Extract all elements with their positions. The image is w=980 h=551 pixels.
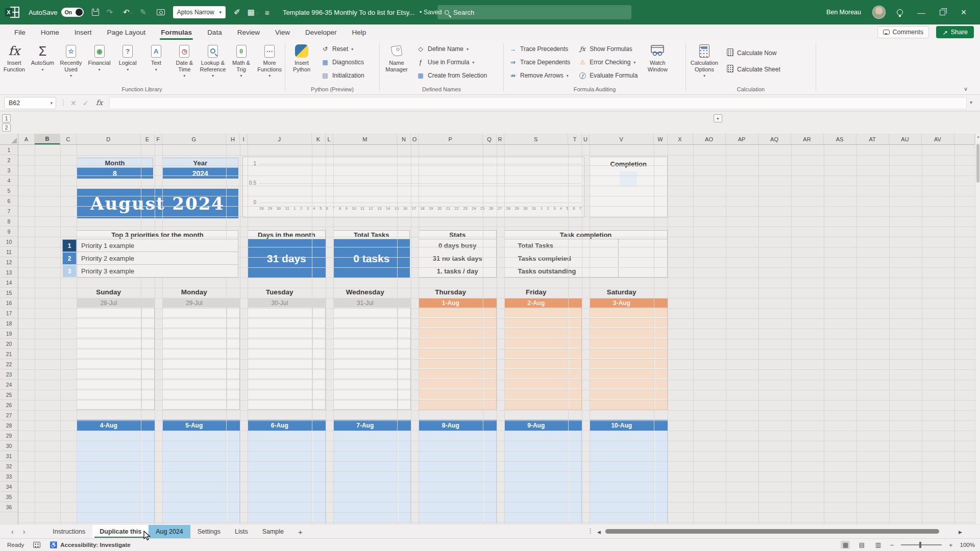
financial-button[interactable]: ◉Financial▾: [85, 42, 114, 72]
column-header-AQ[interactable]: AQ: [758, 134, 791, 144]
watch-window-button[interactable]: Watch Window: [642, 42, 673, 72]
row-header-5[interactable]: 5: [0, 186, 18, 196]
sheet-tab-instructions[interactable]: Instructions: [45, 525, 92, 538]
zoom-handle[interactable]: [919, 542, 921, 548]
row-header-3[interactable]: 3: [0, 165, 18, 176]
calendar-day-cells[interactable]: [77, 431, 155, 523]
row-header-8[interactable]: 8: [0, 216, 18, 227]
initialization-button[interactable]: ▤Initialization: [317, 69, 369, 82]
row-header-22[interactable]: 22: [0, 359, 18, 369]
calendar-day-cells[interactable]: [504, 431, 582, 523]
lightbulb-icon[interactable]: [897, 9, 903, 15]
row-header-11[interactable]: 11: [0, 247, 18, 257]
column-header-K[interactable]: K: [312, 134, 326, 144]
error-checking-button[interactable]: ⚠Error Checking▾: [574, 56, 642, 69]
column-header-B[interactable]: B: [35, 134, 60, 144]
column-header-H[interactable]: H: [226, 134, 240, 144]
trace-precedents-button[interactable]: →Trace Precedents: [505, 42, 574, 56]
define-name-button[interactable]: ◇Define Name▾: [412, 42, 491, 56]
calculate-sheet-button[interactable]: Calculate Sheet: [722, 63, 785, 76]
calendar-day-cells[interactable]: [590, 308, 668, 410]
menu-tab-page-layout[interactable]: Page Layout: [106, 27, 147, 38]
autosum-button[interactable]: ΣAutoSum▾: [29, 42, 57, 72]
priority-row[interactable]: Priority 3 example: [77, 265, 238, 278]
priority-row[interactable]: Priority 2 example: [77, 252, 238, 265]
column-header-I[interactable]: I: [240, 134, 248, 144]
column-header-AR[interactable]: AR: [791, 134, 824, 144]
column-header-D[interactable]: D: [77, 134, 141, 144]
document-title[interactable]: Template 996-35 Monthly To do list for E…: [283, 9, 414, 16]
priority-row[interactable]: Priority 1 example: [77, 239, 238, 252]
zoom-slider[interactable]: [901, 544, 942, 545]
column-header-V[interactable]: V: [590, 134, 654, 144]
calendar-day-cells[interactable]: [504, 308, 582, 410]
column-header-U[interactable]: U: [582, 134, 590, 144]
column-header-Q[interactable]: Q: [483, 134, 497, 144]
menu-tab-insert[interactable]: Insert: [74, 27, 93, 38]
camera-icon[interactable]: [157, 9, 165, 15]
calculation-options-button[interactable]: Calculation Options▾: [687, 42, 722, 78]
outline-expand-button[interactable]: +: [714, 114, 722, 122]
menu-tab-formulas[interactable]: Formulas: [160, 27, 193, 38]
formula-input[interactable]: [109, 97, 967, 109]
row-header-17[interactable]: 17: [0, 308, 18, 318]
column-header-R[interactable]: R: [497, 134, 504, 144]
logical-button[interactable]: ?Logical▾: [113, 42, 142, 72]
calendar-date-header[interactable]: 4-Aug: [77, 420, 155, 431]
menu-tab-data[interactable]: Data: [206, 27, 223, 38]
column-header-T[interactable]: T: [568, 134, 582, 144]
completion-chart[interactable]: 10.5028293031123456789101112131415161718…: [242, 157, 584, 218]
calendar-date-header[interactable]: 29-Jul: [162, 298, 240, 308]
row-header-15[interactable]: 15: [0, 288, 18, 298]
lookup-reference-button[interactable]: Lookup & Reference▾: [199, 42, 227, 78]
row-header-24[interactable]: 24: [0, 380, 18, 390]
column-header-G[interactable]: G: [162, 134, 227, 144]
name-manager-button[interactable]: Name Manager: [381, 42, 412, 72]
column-header-M[interactable]: M: [333, 134, 398, 144]
name-box[interactable]: B62 ▾: [4, 97, 56, 109]
row-header-21[interactable]: 21: [0, 349, 18, 359]
column-header-AO[interactable]: AO: [693, 134, 726, 144]
row-header-13[interactable]: 13: [0, 267, 18, 278]
calendar-day-cells[interactable]: [162, 431, 240, 523]
task-completion-body[interactable]: Total TasksTasks completedTasks outstand…: [504, 239, 668, 278]
column-header-AV[interactable]: AV: [922, 134, 954, 144]
calendar-date-header[interactable]: 1-Aug: [419, 298, 497, 308]
sheet-tab-settings[interactable]: Settings: [190, 525, 228, 538]
calendar-day-cells[interactable]: [419, 308, 497, 410]
undo-icon[interactable]: ↶ ▾: [123, 8, 133, 17]
menu-tab-review[interactable]: Review: [236, 27, 261, 38]
row-header-27[interactable]: 27: [0, 410, 18, 420]
row-header-23[interactable]: 23: [0, 369, 18, 380]
reset-button[interactable]: ↺Reset▾: [317, 42, 369, 56]
calendar-date-header[interactable]: 10-Aug: [590, 420, 668, 431]
menu-tab-file[interactable]: File: [13, 27, 27, 38]
scroll-left-icon[interactable]: ◀: [597, 530, 601, 535]
row-header-30[interactable]: 30: [0, 441, 18, 451]
insert-function-button[interactable]: fxInsert Function: [0, 42, 29, 72]
vertical-scroll-thumb[interactable]: [976, 144, 979, 183]
autosave-toggle[interactable]: On: [61, 8, 84, 17]
minimize-button[interactable]: —: [914, 8, 928, 17]
qat-customize-icon[interactable]: ≡: [265, 8, 270, 17]
row-header-36[interactable]: 36: [0, 502, 18, 512]
total-tasks-value[interactable]: 0 tasks: [333, 239, 410, 278]
calendar-date-header[interactable]: 3-Aug: [590, 298, 668, 308]
column-header-W[interactable]: W: [654, 134, 668, 144]
column-header-O[interactable]: O: [411, 134, 419, 144]
sheet-tab-lists[interactable]: Lists: [228, 525, 255, 538]
calendar-date-header[interactable]: 7-Aug: [333, 420, 411, 431]
evaluate-formula-button[interactable]: ƒEvaluate Formula: [574, 69, 642, 82]
column-header-A[interactable]: A: [18, 134, 35, 144]
column-header-S[interactable]: S: [504, 134, 569, 144]
tab-options-icon[interactable]: ⋮: [587, 527, 594, 535]
next-sheet-icon[interactable]: ›: [23, 528, 26, 536]
cell-format-icon[interactable]: ▦ ▾: [248, 8, 258, 17]
user-avatar[interactable]: [872, 6, 886, 19]
calendar-date-header[interactable]: 2-Aug: [504, 298, 582, 308]
outline-level-2-button[interactable]: 2: [2, 123, 11, 132]
sheet-tab-sample[interactable]: Sample: [255, 525, 291, 538]
more-functions-button[interactable]: ⋯More Functions▾: [255, 42, 284, 78]
user-name[interactable]: Ben Moreau: [826, 9, 861, 16]
share-button[interactable]: ↗ Share: [936, 26, 974, 38]
